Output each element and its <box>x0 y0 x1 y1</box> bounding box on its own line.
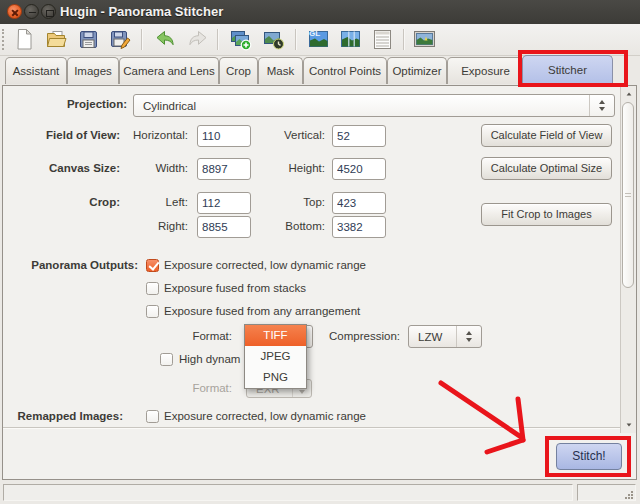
annotation-rect-stitch-button <box>545 436 631 477</box>
add-images-icon <box>229 28 252 51</box>
crop-bottom-label: Bottom: <box>255 220 325 232</box>
minimize-icon <box>29 12 36 14</box>
checkbox-exposure-fused-any-label[interactable]: Exposure fused from any arrangement <box>164 305 434 317</box>
save-project-button[interactable] <box>77 28 100 51</box>
gl-preview-label: GL <box>309 29 320 38</box>
open-project-button[interactable] <box>45 28 68 51</box>
fit-crop-to-images-button[interactable]: Fit Crop to Images <box>481 203 612 226</box>
save-project-as-icon <box>109 28 132 51</box>
save-project-icon <box>77 28 100 51</box>
status-bar-progress-panel <box>577 484 636 501</box>
fov-vertical-input[interactable] <box>332 125 386 147</box>
new-project-button[interactable] <box>13 28 36 51</box>
crop-top-input[interactable] <box>332 192 386 214</box>
save-project-as-button[interactable] <box>109 28 132 51</box>
canvas-width-input[interactable] <box>197 158 251 180</box>
tab-assistant[interactable]: Assistant <box>5 57 67 84</box>
arrow-down-icon <box>626 423 631 426</box>
fast-preview-button[interactable] <box>339 28 362 51</box>
status-bar-message-panel <box>3 484 573 501</box>
window-title: Hugin - Panorama Stitcher <box>60 0 223 24</box>
ldr-format-label: Format: <box>143 330 232 342</box>
canvas-height-label: Height: <box>255 162 325 174</box>
maximize-icon <box>46 10 54 17</box>
redo-button[interactable] <box>186 28 209 51</box>
spinner-down-icon <box>466 338 472 342</box>
tab-mask[interactable]: Mask <box>258 57 303 84</box>
spinner-down-icon <box>299 390 305 394</box>
hdr-format-label: Format: <box>143 382 232 394</box>
tab-optimizer[interactable]: Optimizer <box>387 57 447 84</box>
projection-select[interactable]: Cylindrical <box>133 94 615 117</box>
fov-horizontal-label: Horizontal: <box>113 129 188 141</box>
checkbox-remapped-exposure-corrected[interactable] <box>146 410 159 423</box>
add-images-button[interactable] <box>229 28 252 51</box>
checkbox-exposure-fused-any[interactable] <box>146 305 159 318</box>
titlebar: Hugin - Panorama Stitcher <box>0 0 640 24</box>
fov-label: Field of View: <box>3 129 120 141</box>
menu-item-png[interactable]: PNG <box>245 367 306 388</box>
close-button[interactable] <box>7 4 22 19</box>
toolbar-separator <box>217 29 219 50</box>
spinner-up-icon <box>599 100 605 104</box>
fov-horizontal-input[interactable] <box>197 125 251 147</box>
tab-crop[interactable]: Crop <box>219 57 258 84</box>
spinner-up-icon <box>466 331 472 335</box>
scrollbar-thumb[interactable] <box>622 102 634 288</box>
check-icon <box>148 259 159 271</box>
scroll-up-button[interactable] <box>621 87 636 101</box>
tab-images[interactable]: Images <box>67 57 119 84</box>
spinner-icon[interactable] <box>589 95 614 116</box>
undo-icon <box>154 28 177 51</box>
gl-preview-button[interactable]: GL <box>307 28 330 51</box>
canvas-height-input[interactable] <box>332 158 386 180</box>
checkbox-remapped-exposure-corrected-label[interactable]: Exposure corrected, low dynamic range <box>164 410 434 422</box>
spinner-icon[interactable] <box>456 326 481 347</box>
crop-right-input[interactable] <box>197 216 251 238</box>
crop-right-label: Right: <box>113 220 188 232</box>
add-time-series-button[interactable] <box>262 28 285 51</box>
calculate-field-of-view-button[interactable]: Calculate Field of View <box>481 124 612 147</box>
crop-bottom-input[interactable] <box>332 216 386 238</box>
compression-select[interactable]: LZW <box>408 325 482 348</box>
canvas-size-label: Canvas Size: <box>3 162 120 174</box>
toolbar-grip[interactable] <box>2 29 7 50</box>
compression-label: Compression: <box>310 330 400 342</box>
scroll-down-button[interactable] <box>621 418 636 432</box>
checkbox-exposure-fused-stacks-label[interactable]: Exposure fused from stacks <box>164 282 434 294</box>
arrow-up-icon <box>626 92 631 95</box>
checkbox-exposure-fused-stacks[interactable] <box>146 282 159 295</box>
menu-item-jpeg[interactable]: JPEG <box>245 346 306 367</box>
compression-value: LZW <box>418 326 442 347</box>
thumb-grip-icon <box>625 193 631 194</box>
vertical-scrollbar[interactable] <box>620 86 636 433</box>
checkbox-high-dynamic-range[interactable] <box>160 353 173 366</box>
add-time-series-icon <box>262 28 285 51</box>
checkbox-high-dynamic-range-label[interactable]: High dynam <box>179 353 247 365</box>
hugin-window: Hugin - Panorama Stitcher <box>0 0 640 504</box>
tab-camera-and-lens[interactable]: Camera and Lens <box>119 57 219 84</box>
preview-panorama-button[interactable] <box>413 28 436 51</box>
checkbox-exposure-corrected[interactable] <box>146 259 159 272</box>
open-project-icon <box>45 28 68 51</box>
toolbar-separator <box>295 29 297 50</box>
calculate-optimal-size-button[interactable]: Calculate Optimal Size <box>481 157 612 180</box>
crop-top-label: Top: <box>255 196 325 208</box>
maximize-button[interactable] <box>41 4 56 19</box>
resize-grip-icon[interactable] <box>625 491 627 493</box>
tab-exposure[interactable]: Exposure <box>447 57 524 84</box>
redo-icon <box>186 28 209 51</box>
crop-left-label: Left: <box>113 196 188 208</box>
tab-control-points[interactable]: Control Points <box>303 57 387 84</box>
fast-preview-icon <box>339 28 362 51</box>
minimize-button[interactable] <box>24 4 39 19</box>
canvas-width-label: Width: <box>113 162 188 174</box>
menu-item-tiff[interactable]: TIFF <box>245 325 306 346</box>
control-points-list-button[interactable] <box>371 28 394 51</box>
undo-button[interactable] <box>154 28 177 51</box>
crop-left-input[interactable] <box>197 192 251 214</box>
toolbar-separator <box>403 29 405 50</box>
checkbox-exposure-corrected-label[interactable]: Exposure corrected, low dynamic range <box>164 259 434 271</box>
projection-label: Projection: <box>3 98 127 110</box>
fov-vertical-label: Vertical: <box>255 129 325 141</box>
